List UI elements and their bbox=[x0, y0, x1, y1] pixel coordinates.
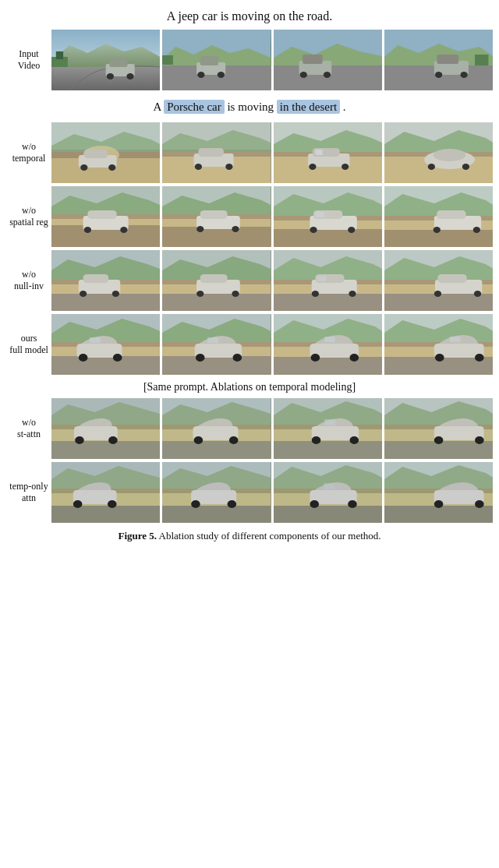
wo-st-attn-label: w/o st-attn bbox=[6, 417, 51, 441]
svg-rect-180 bbox=[51, 441, 160, 459]
svg-point-29 bbox=[435, 72, 442, 78]
svg-rect-144 bbox=[51, 356, 160, 375]
svg-rect-81 bbox=[200, 210, 228, 219]
ours-frame-2 bbox=[162, 314, 271, 375]
wo-st-attn-images bbox=[51, 398, 493, 459]
wo-spatial-frame-1 bbox=[51, 186, 160, 247]
svg-rect-72 bbox=[87, 210, 116, 219]
svg-point-91 bbox=[310, 227, 317, 233]
svg-rect-28 bbox=[437, 55, 458, 64]
svg-point-174 bbox=[475, 354, 484, 362]
svg-point-198 bbox=[311, 436, 320, 444]
svg-point-63 bbox=[433, 149, 465, 161]
svg-point-5 bbox=[107, 73, 114, 79]
ours-frame-1 bbox=[51, 314, 160, 375]
svg-point-223 bbox=[191, 500, 200, 508]
svg-rect-16 bbox=[162, 55, 173, 65]
svg-point-92 bbox=[348, 227, 355, 233]
svg-rect-166 bbox=[324, 337, 334, 342]
wo-spatial-reg-images bbox=[51, 186, 493, 247]
wo-temporal-frame-2 bbox=[162, 122, 271, 183]
svg-rect-4 bbox=[109, 58, 127, 67]
wo-st-attn-row: w/o st-attn bbox=[6, 398, 493, 459]
wo-temporal-frame-1 bbox=[51, 122, 160, 183]
temp-only-frame-4 bbox=[384, 462, 493, 523]
svg-rect-116 bbox=[162, 294, 271, 311]
wo-null-frame-3 bbox=[274, 250, 382, 311]
wo-temporal-frame-4 bbox=[384, 122, 493, 183]
svg-point-65 bbox=[462, 164, 469, 170]
svg-point-102 bbox=[472, 227, 480, 233]
svg-point-155 bbox=[196, 354, 205, 362]
svg-rect-118 bbox=[200, 274, 228, 283]
highlight-desert: in the desert bbox=[277, 100, 340, 114]
ours-frame-4 bbox=[384, 314, 493, 375]
svg-point-128 bbox=[311, 291, 318, 297]
input-frame-3 bbox=[274, 30, 382, 90]
svg-rect-88 bbox=[274, 229, 382, 247]
svg-rect-100 bbox=[437, 210, 465, 219]
svg-point-101 bbox=[433, 227, 440, 233]
svg-point-40 bbox=[108, 164, 115, 171]
svg-rect-213 bbox=[51, 506, 160, 523]
svg-point-232 bbox=[348, 500, 357, 508]
svg-point-156 bbox=[233, 354, 242, 362]
svg-point-182 bbox=[75, 436, 84, 444]
input-video-label: Input Video bbox=[6, 48, 51, 72]
svg-point-190 bbox=[194, 436, 203, 444]
svg-point-208 bbox=[475, 436, 484, 444]
svg-rect-200 bbox=[324, 419, 334, 425]
svg-rect-157 bbox=[207, 337, 218, 343]
wo-null-inv-row: w/o null-inv bbox=[6, 250, 493, 311]
svg-rect-196 bbox=[274, 441, 382, 459]
svg-point-183 bbox=[108, 436, 118, 444]
svg-rect-221 bbox=[162, 506, 271, 523]
svg-point-120 bbox=[232, 291, 239, 297]
temp-only-images bbox=[51, 462, 493, 523]
input-frame-2 bbox=[162, 30, 271, 90]
svg-point-15 bbox=[218, 72, 225, 78]
svg-point-138 bbox=[434, 291, 441, 297]
svg-rect-38 bbox=[84, 150, 108, 158]
second-caption: A Porsche car is moving in the desert . bbox=[6, 97, 493, 118]
main-container: A jeep car is moving on the road. Input … bbox=[0, 0, 499, 552]
svg-rect-109 bbox=[83, 274, 108, 283]
ours-full-model-images bbox=[51, 314, 493, 375]
svg-point-224 bbox=[228, 500, 237, 508]
svg-rect-162 bbox=[274, 357, 382, 375]
svg-rect-46 bbox=[199, 148, 224, 157]
svg-point-241 bbox=[475, 500, 484, 508]
wo-spatial-reg-label: w/o spatial reg bbox=[6, 205, 51, 229]
wo-null-frame-1 bbox=[51, 250, 160, 311]
wo-stattn-frame-3 bbox=[274, 398, 382, 459]
svg-rect-107 bbox=[51, 294, 160, 311]
temp-only-label: temp-only attn bbox=[6, 481, 51, 505]
svg-point-173 bbox=[435, 354, 444, 362]
svg-rect-188 bbox=[162, 441, 271, 459]
svg-rect-130 bbox=[317, 276, 326, 281]
svg-rect-233 bbox=[323, 483, 334, 489]
svg-point-111 bbox=[112, 291, 119, 297]
svg-point-215 bbox=[73, 500, 83, 508]
svg-point-48 bbox=[225, 164, 232, 170]
svg-point-110 bbox=[80, 291, 87, 297]
svg-rect-57 bbox=[315, 150, 322, 155]
svg-rect-153 bbox=[162, 356, 271, 375]
svg-point-64 bbox=[427, 164, 434, 170]
wo-stattn-frame-2 bbox=[162, 398, 271, 459]
svg-rect-137 bbox=[437, 274, 466, 283]
svg-rect-93 bbox=[315, 212, 324, 217]
svg-point-74 bbox=[120, 227, 127, 233]
wo-spatial-reg-row: w/o spatial reg bbox=[6, 186, 493, 247]
input-frame-1 bbox=[51, 30, 160, 90]
svg-rect-31 bbox=[475, 55, 488, 65]
input-frame-4 bbox=[384, 30, 493, 90]
wo-spatial-frame-3 bbox=[274, 186, 382, 247]
input-video-row: Input Video bbox=[6, 30, 493, 90]
svg-point-39 bbox=[80, 164, 87, 171]
svg-point-83 bbox=[232, 226, 239, 232]
svg-rect-229 bbox=[274, 506, 382, 523]
svg-point-139 bbox=[474, 291, 481, 297]
ours-full-model-label: ours full model bbox=[6, 333, 51, 357]
svg-point-199 bbox=[349, 436, 359, 444]
